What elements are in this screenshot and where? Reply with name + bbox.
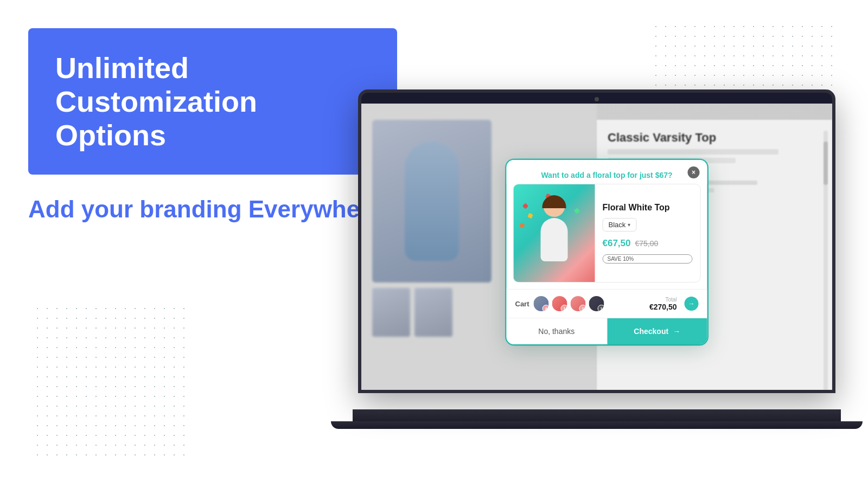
scrollbar [824,131,828,393]
dot-pattern-bottom-left [33,304,184,455]
thumbnails-row [372,288,452,337]
popup-buttons: No, thanks Checkout → [507,318,707,344]
cart-avatar-3: 1 [570,295,587,312]
popup-question: Want to add a floral top for just $67? [518,171,697,179]
cart-label: Cart [515,300,529,308]
popup-modal: Want to add a floral top for just $67? × [507,160,707,344]
cart-avatar-3-badge: 1 [579,305,587,312]
cart-total-amount: €270,50 [649,303,677,311]
price-new: €67,50 [603,238,631,249]
popup-product-figure [527,195,582,282]
cart-avatar-2-badge: 1 [561,305,569,312]
variant-arrow-icon: ▾ [628,222,630,228]
thumbnail-1 [372,288,410,337]
save-badge: SAVE 10% [603,254,693,264]
popup-price-row: €67,50 €75,00 [603,238,693,249]
popup-cart-row: Cart 4 1 1 [507,289,707,318]
cart-total-label: Total [649,297,677,303]
laptop-frame: Classic Varsity Top Want to add a floral… [358,89,835,393]
popup-product-image [514,184,595,282]
scrollbar-thumb[interactable] [824,142,828,185]
popup-variant-select: Black ▾ [603,218,693,232]
popup-product-details: Floral White Top Black ▾ €67,50 €75,00 [595,184,700,282]
confetti-4 [520,223,525,228]
person-silhouette [405,142,459,261]
no-thanks-button[interactable]: No, thanks [507,318,608,344]
cart-avatar-1: 4 [533,295,550,312]
popup-header: Want to add a floral top for just $67? × [507,160,707,184]
laptop-screen: Classic Varsity Top Want to add a floral… [361,104,832,393]
cart-avatar-4: 1 [588,295,605,312]
laptop: Classic Varsity Top Want to add a floral… [353,89,841,426]
cart-avatar-2: 1 [551,295,569,312]
cart-avatar-4-badge: 1 [598,305,605,312]
laptop-base [353,409,841,426]
checkout-button[interactable]: Checkout → [607,318,707,344]
popup-product-name: Floral White Top [603,203,693,213]
popup-close-button[interactable]: × [688,166,700,178]
thumbnail-2 [414,288,452,337]
product-title-blurred: Classic Varsity Top [608,131,821,145]
variant-value: Black [609,221,626,229]
figure-body [541,218,568,261]
cart-avatar-1-badge: 4 [542,305,550,312]
cart-total-area: Total €270,50 [649,297,677,311]
cart-next-button[interactable]: → [685,297,699,311]
laptop-wrapper: Classic Varsity Top Want to add a floral… [217,43,841,472]
laptop-bottom-bar [331,421,863,429]
product-image-placeholder [372,120,492,282]
checkout-arrow-icon: → [673,327,680,336]
price-old: €75,00 [635,239,659,248]
figure-hair [542,195,566,208]
variant-dropdown[interactable]: Black ▾ [603,218,637,232]
popup-product-row: Floral White Top Black ▾ €67,50 €75,00 [513,184,701,282]
cart-avatars: 4 1 1 1 [533,295,605,312]
